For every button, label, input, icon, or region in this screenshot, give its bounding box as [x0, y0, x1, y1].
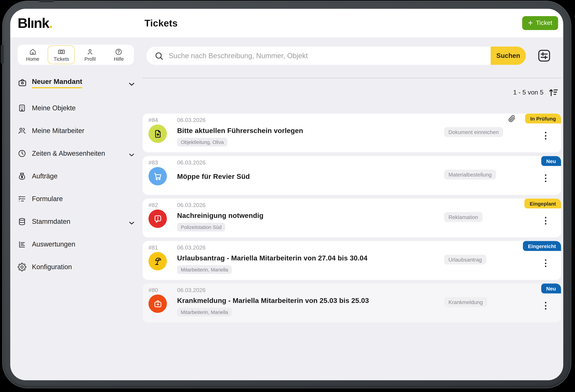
ticket-row[interactable]: #82 06.03.2026 Nachreinigung notwendig P…	[143, 198, 561, 237]
sidebar-item-label: Zeiten & Abwesenheiten	[32, 150, 105, 158]
clock-icon	[18, 149, 26, 158]
ticket-title: Nachreinigung notwendig	[177, 212, 264, 220]
ticket-assignee-chip: Mitarbeiterin, Mariella	[177, 308, 232, 316]
sidebar-item-auswertungen[interactable]: Auswertungen	[18, 233, 135, 256]
sidebar-item-label: Meine Mitarbeiter	[32, 127, 84, 135]
ticket-category-tag: Krankmeldung	[444, 297, 487, 307]
ticket-row[interactable]: #84 06.03.2026 Bitte aktuellen Führersch…	[143, 114, 561, 152]
doc-upload-icon	[153, 129, 163, 139]
ticket-date: 06.03.2026	[177, 117, 206, 124]
ticket-list: #84 06.03.2026 Bitte aktuellen Führersch…	[143, 114, 561, 326]
ticket-category-tag: Urlaubsantrag	[444, 255, 486, 264]
ticket-id: #81	[148, 244, 158, 251]
filter-button[interactable]	[537, 47, 554, 64]
paperclip-icon	[508, 115, 516, 122]
search-input[interactable]	[169, 51, 491, 60]
chevron-down-icon	[127, 79, 133, 86]
ticket-row[interactable]: #81 06.03.2026 Urlaubsantrag - Mariella …	[143, 241, 561, 280]
status-badge: In Prüfung	[525, 114, 561, 124]
tab-label: Hilfe	[114, 56, 124, 62]
briefcase-icon-slot	[18, 78, 27, 87]
people-icon	[18, 126, 26, 135]
logo-text: Blınk	[18, 15, 49, 31]
home-icon	[29, 48, 37, 56]
database-icon	[18, 217, 26, 226]
app-header: Blınk. Tickets + Ticket	[10, 9, 563, 37]
ticket-category-tag: Dokument einreichen	[444, 127, 503, 137]
power-button	[39, 0, 54, 2]
app-logo: Blınk.	[18, 15, 52, 31]
result-count-row: 1 - 5 von 5	[143, 86, 559, 99]
sidebar-item-meine-mitarbeiter[interactable]: Meine Mitarbeiter	[18, 119, 135, 142]
sidebar-item-label: Stammdaten	[32, 218, 71, 226]
mandant-label: Neuer Mandant	[32, 77, 82, 88]
ticket-id: #82	[148, 202, 158, 208]
kebab-menu-button[interactable]	[544, 216, 548, 226]
status-badge: Neu	[541, 156, 561, 166]
sidebar-item-stammdaten[interactable]: Stammdaten	[18, 210, 135, 233]
page-title: Tickets	[144, 17, 178, 29]
sort-icon[interactable]	[548, 87, 559, 98]
tab-home[interactable]: Home	[19, 45, 46, 64]
tab-hilfe[interactable]: Hilfe	[105, 45, 132, 64]
tab-tickets[interactable]: Tickets	[48, 45, 75, 64]
ticket-type-icon-circle	[148, 252, 167, 270]
help-icon	[115, 48, 123, 56]
sort-icon	[548, 87, 559, 98]
screen: Blınk. Tickets + Ticket Home Tickets Pro…	[10, 9, 563, 380]
paperclip-icon	[508, 115, 516, 122]
sidebar-item-formulare[interactable]: Formulare	[18, 188, 135, 210]
ticket-icon	[57, 48, 65, 56]
chevron-icon	[127, 79, 136, 89]
mandant-selector[interactable]: Neuer Mandant	[18, 75, 135, 90]
alert-bubble-icon	[153, 214, 163, 224]
tab-label: Tickets	[54, 56, 69, 62]
sidebar-item-zeiten-abwesenheiten[interactable]: Zeiten & Abwesenheiten	[18, 142, 135, 165]
ticket-row[interactable]: #83 06.03.2026 Möppe für Revier Süd Mate…	[143, 156, 561, 195]
ticket-id: #83	[148, 159, 158, 166]
umbrella-icon	[153, 256, 163, 266]
cart-icon	[153, 171, 163, 181]
person-icon	[86, 48, 94, 56]
chevron-icon	[127, 218, 136, 227]
search-icon	[154, 51, 164, 60]
ticket-row[interactable]: #80 06.03.2026 Krankmeldung - Mariella M…	[143, 283, 561, 322]
kebab-menu-button[interactable]	[544, 173, 548, 184]
gear-icon	[18, 263, 26, 271]
report-icon	[18, 240, 26, 249]
ticket-id: #84	[148, 117, 158, 124]
tab-profil[interactable]: Profil	[76, 45, 104, 64]
new-ticket-label: Ticket	[536, 19, 552, 27]
sidebar-item-label: Formulare	[32, 195, 63, 203]
ticket-id: #80	[148, 287, 158, 293]
new-ticket-button[interactable]: + Ticket	[522, 16, 558, 30]
building-icon	[18, 104, 26, 112]
sidebar-item-label: Konfiguration	[32, 263, 72, 271]
ticket-date: 06.03.2026	[177, 244, 206, 251]
ticket-date: 06.03.2026	[177, 287, 206, 293]
kebab-menu-button[interactable]	[544, 258, 548, 268]
tab-label: Home	[26, 56, 39, 62]
ticket-title: Bitte aktuellen Führerschein vorlegen	[177, 127, 303, 135]
search-button[interactable]: Suchen	[491, 46, 526, 65]
checklist-icon	[18, 195, 26, 203]
sidebar-item-meine-objekte[interactable]: Meine Objekte	[18, 97, 135, 119]
ticket-title: Urlaubsantrag - Mariella Mitarbeiterin v…	[177, 254, 367, 262]
search-field[interactable]	[146, 46, 491, 65]
chevron-icon	[127, 150, 136, 159]
app-body: Home Tickets Profil Hilfe Neuer Mandant …	[10, 37, 563, 380]
ticket-date: 06.03.2026	[177, 159, 206, 166]
sidebar-item-aufträge[interactable]: Aufträge	[18, 165, 135, 188]
kebab-menu-button[interactable]	[544, 300, 548, 311]
sidebar-item-label: Auswertungen	[32, 240, 75, 248]
filter-icon	[537, 48, 551, 63]
ticket-category-tag: Materialbestellung	[444, 170, 496, 179]
ticket-type-icon-circle	[148, 167, 167, 185]
ticket-date: 06.03.2026	[177, 202, 206, 208]
primary-tabs: Home Tickets Profil Hilfe	[18, 45, 134, 65]
ticket-title: Krankmeldung - Mariella Mitarbeiterin vo…	[177, 297, 369, 305]
kebab-menu-button[interactable]	[544, 131, 548, 141]
ticket-title: Möppe für Revier Süd	[177, 173, 250, 181]
stage: Blınk. Tickets + Ticket Home Tickets Pro…	[0, 0, 575, 392]
sidebar-item-konfiguration[interactable]: Konfiguration	[18, 256, 135, 278]
